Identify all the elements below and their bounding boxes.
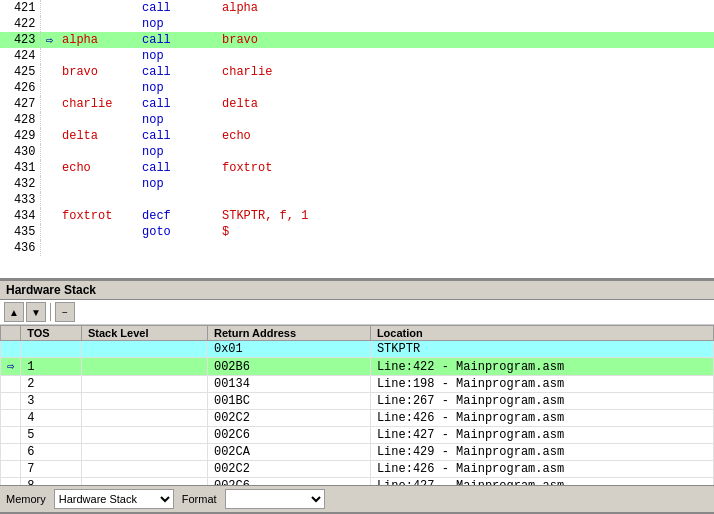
col-level: Stack Level: [81, 326, 207, 341]
stack-header-data-row: 0x01 STKPTR: [1, 341, 714, 358]
stack-location-cell: Line:198 - Mainprogram.asm: [370, 376, 713, 393]
code-row: 434foxtrotdecfSTKPTR, f, 1: [0, 208, 714, 224]
stack-tos-cell: 3: [21, 393, 82, 410]
code-operand: charlie: [218, 64, 714, 80]
code-instr: call: [138, 64, 218, 80]
stack-level-cell: [81, 341, 207, 358]
code-row: 431echocallfoxtrot: [0, 160, 714, 176]
arrow-cell: [40, 48, 58, 64]
arrow-cell: [40, 208, 58, 224]
code-operand: [218, 80, 714, 96]
arrow-cell: [40, 128, 58, 144]
stack-address-cell: 0x01: [207, 341, 370, 358]
col-location: Location: [370, 326, 713, 341]
stack-tos-cell: 1: [21, 358, 82, 376]
toolbar-divider: [50, 303, 51, 321]
hw-stack-toolbar: ▲ ▼ −: [0, 300, 714, 325]
stack-arrow-cell: [1, 461, 21, 478]
code-label: delta: [58, 128, 138, 144]
code-row: 424nop: [0, 48, 714, 64]
code-label: [58, 192, 138, 208]
code-operand: delta: [218, 96, 714, 112]
stack-location-cell: Line:426 - Mainprogram.asm: [370, 461, 713, 478]
code-row: 426nop: [0, 80, 714, 96]
code-row: 432nop: [0, 176, 714, 192]
stack-level-cell: [81, 444, 207, 461]
stack-tos-cell: 4: [21, 410, 82, 427]
code-instr: nop: [138, 112, 218, 128]
arrow-cell: [40, 96, 58, 112]
code-instr: nop: [138, 48, 218, 64]
stack-arrow-cell: [1, 376, 21, 393]
arrow-cell: [40, 0, 58, 16]
stack-address-cell: 002C2: [207, 410, 370, 427]
stack-level-cell: [81, 461, 207, 478]
scroll-down-button[interactable]: ▼: [26, 302, 46, 322]
arrow-cell: ⇨: [40, 32, 58, 48]
stack-arrow-cell: [1, 393, 21, 410]
code-instr: decf: [138, 208, 218, 224]
stack-location-cell: Line:427 - Mainprogram.asm: [370, 478, 713, 486]
stack-level-cell: [81, 478, 207, 486]
format-select[interactable]: [225, 489, 325, 509]
code-row: 421callalpha: [0, 0, 714, 16]
memory-select[interactable]: Hardware Stack: [54, 489, 174, 509]
stack-tos-cell: 8: [21, 478, 82, 486]
stack-data-row: 3 001BC Line:267 - Mainprogram.asm: [1, 393, 714, 410]
stack-address-cell: 002CA: [207, 444, 370, 461]
stack-data-row: 4 002C2 Line:426 - Mainprogram.asm: [1, 410, 714, 427]
code-operand: STKPTR, f, 1: [218, 208, 714, 224]
scroll-up-button[interactable]: ▲: [4, 302, 24, 322]
code-row: 429deltacallecho: [0, 128, 714, 144]
code-operand: [218, 144, 714, 160]
arrow-cell: [40, 16, 58, 32]
code-row: 427charliecalldelta: [0, 96, 714, 112]
stack-header-row: TOS Stack Level Return Address Location: [1, 326, 714, 341]
stack-tos-cell: 6: [21, 444, 82, 461]
hw-stack-title-text: Hardware Stack: [6, 283, 96, 297]
minus-button[interactable]: −: [55, 302, 75, 322]
stack-level-cell: [81, 393, 207, 410]
stack-data-row: 5 002C6 Line:427 - Mainprogram.asm: [1, 427, 714, 444]
stack-arrow-cell: [1, 478, 21, 486]
stack-address-cell: 00134: [207, 376, 370, 393]
stack-arrow-cell: [1, 341, 21, 358]
stack-location-cell: Line:267 - Mainprogram.asm: [370, 393, 713, 410]
code-row: 435goto$: [0, 224, 714, 240]
arrow-cell: [40, 176, 58, 192]
code-operand: bravo: [218, 32, 714, 48]
code-instr: call: [138, 128, 218, 144]
code-label: [58, 240, 138, 256]
arrow-cell: [40, 64, 58, 80]
code-row: 422nop: [0, 16, 714, 32]
code-label: [58, 80, 138, 96]
code-area: 421callalpha422nop423⇨alphacallbravo424n…: [0, 0, 714, 280]
code-row: 425bravocallcharlie: [0, 64, 714, 80]
stack-arrow-cell: [1, 410, 21, 427]
code-instr: nop: [138, 80, 218, 96]
stack-data-row: 6 002CA Line:429 - Mainprogram.asm: [1, 444, 714, 461]
code-instr: nop: [138, 16, 218, 32]
stack-address-cell: 002C6: [207, 478, 370, 486]
stack-address-cell: 002C6: [207, 427, 370, 444]
stack-level-cell: [81, 410, 207, 427]
stack-address-cell: 002B6: [207, 358, 370, 376]
stack-arrow-cell: ⇨: [1, 358, 21, 376]
stack-address-cell: 002C2: [207, 461, 370, 478]
stack-arrow-cell: [1, 427, 21, 444]
code-row: 430nop: [0, 144, 714, 160]
code-label: [58, 16, 138, 32]
code-instr: [138, 240, 218, 256]
code-table: 421callalpha422nop423⇨alphacallbravo424n…: [0, 0, 714, 256]
code-label: [58, 144, 138, 160]
code-instr: [138, 192, 218, 208]
code-label: [58, 176, 138, 192]
code-label: [58, 224, 138, 240]
arrow-cell: [40, 240, 58, 256]
code-operand: $: [218, 224, 714, 240]
stack-table: TOS Stack Level Return Address Location …: [0, 325, 714, 485]
code-instr: call: [138, 160, 218, 176]
code-operand: [218, 240, 714, 256]
hw-stack-title: Hardware Stack: [0, 281, 714, 300]
stack-data-row: 7 002C2 Line:426 - Mainprogram.asm: [1, 461, 714, 478]
